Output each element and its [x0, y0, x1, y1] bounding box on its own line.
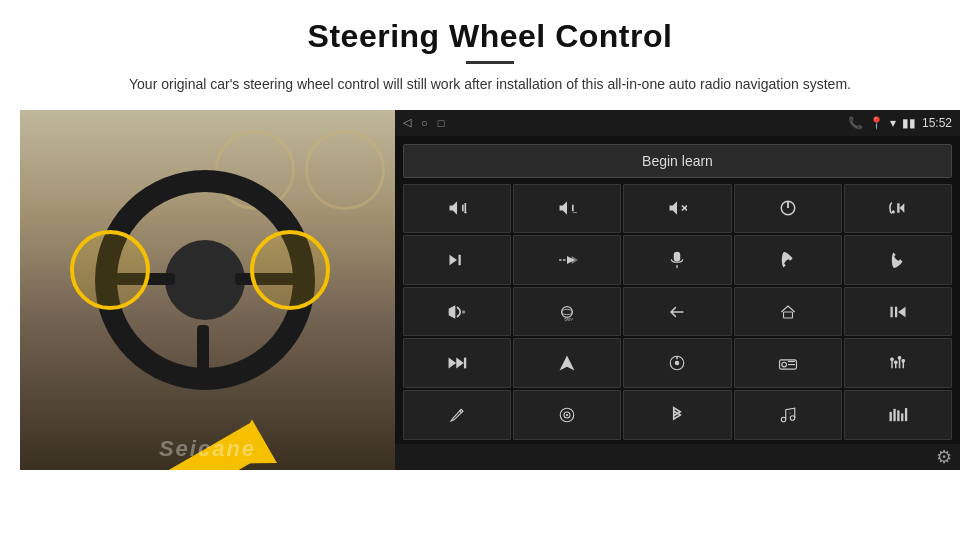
phone-prev-button[interactable] [844, 184, 952, 234]
svg-rect-27 [890, 306, 892, 317]
svg-point-22 [562, 309, 573, 314]
svg-marker-16 [572, 256, 578, 264]
mic-button[interactable] [623, 235, 731, 285]
svg-marker-19 [449, 305, 456, 318]
bluetooth-button[interactable] [623, 390, 731, 440]
svg-point-50 [566, 414, 568, 416]
svg-point-9 [892, 211, 895, 214]
svg-rect-54 [889, 412, 891, 421]
status-right: 📞 📍 ▾ ▮▮ 15:52 [848, 116, 952, 130]
svg-point-51 [781, 417, 786, 422]
spoke-bottom [197, 325, 209, 385]
power-button[interactable] [734, 184, 842, 234]
svg-point-46 [901, 359, 905, 363]
spectrum-button[interactable] [844, 390, 952, 440]
back-button[interactable] [623, 287, 731, 337]
status-bar: ◁ ○ □ 📞 📍 ▾ ▮▮ 15:52 [395, 110, 960, 136]
page-container: Steering Wheel Control Your original car… [0, 0, 980, 548]
settings-circle-button[interactable] [513, 390, 621, 440]
nav-icons: ◁ ○ □ [403, 116, 444, 129]
seek-button[interactable] [513, 235, 621, 285]
location-icon: 📍 [869, 116, 884, 130]
gear-icon-button[interactable]: ⚙ [936, 446, 952, 468]
controls-grid: + − [395, 184, 960, 444]
svg-point-36 [782, 363, 787, 368]
begin-learn-row: Begin learn [395, 136, 960, 184]
call-button[interactable] [734, 235, 842, 285]
svg-marker-31 [560, 356, 575, 371]
music-button[interactable]: ♪ [734, 390, 842, 440]
wifi-icon: ▾ [890, 116, 896, 130]
svg-marker-25 [898, 306, 906, 317]
svg-rect-17 [674, 252, 681, 262]
svg-point-33 [675, 361, 680, 366]
svg-rect-56 [897, 410, 899, 421]
svg-rect-57 [901, 413, 903, 421]
speedometer-right [305, 130, 385, 210]
svg-point-45 [898, 356, 902, 360]
svg-point-44 [894, 361, 898, 365]
svg-rect-13 [459, 255, 461, 266]
mute-button[interactable] [623, 184, 731, 234]
svg-point-20 [462, 310, 465, 313]
home-nav-icon[interactable]: ○ [421, 117, 428, 129]
svg-rect-58 [905, 408, 907, 421]
hang-up-button[interactable] [844, 235, 952, 285]
svg-rect-24 [783, 312, 792, 318]
eq-button[interactable] [844, 338, 952, 388]
phone-icon: 📞 [848, 116, 863, 130]
edit-button[interactable] [403, 390, 511, 440]
back-nav-icon[interactable]: ◁ [403, 116, 411, 129]
title-divider [466, 61, 514, 64]
svg-point-21 [562, 306, 573, 317]
svg-point-43 [890, 358, 894, 362]
svg-rect-11 [897, 204, 899, 213]
vol-up-button[interactable]: + [403, 184, 511, 234]
svg-text:+: + [464, 210, 467, 217]
highlight-right [250, 230, 330, 310]
svg-text:♪: ♪ [788, 409, 790, 414]
svg-text:−: − [573, 208, 577, 218]
home-button[interactable] [734, 287, 842, 337]
steering-wheel-hub [165, 240, 245, 320]
bottom-bar: ⚙ [395, 444, 960, 470]
svg-line-47 [459, 410, 461, 412]
svg-text:360°: 360° [564, 318, 574, 321]
subtitle: Your original car's steering wheel contr… [129, 74, 851, 96]
next-button[interactable] [403, 235, 511, 285]
recent-nav-icon[interactable]: □ [438, 117, 445, 129]
prev-track-button[interactable] [844, 287, 952, 337]
horn-button[interactable] [403, 287, 511, 337]
begin-learn-button[interactable]: Begin learn [403, 144, 952, 178]
eject-button[interactable] [623, 338, 731, 388]
svg-rect-30 [464, 358, 466, 369]
content-row: Seicane ◁ ○ □ 📞 📍 ▾ ▮▮ 15:52 [20, 110, 960, 470]
svg-rect-26 [895, 306, 897, 317]
seicane-watermark: Seicane [159, 436, 256, 462]
steering-wheel-image: Seicane [20, 110, 395, 470]
svg-marker-12 [450, 255, 458, 266]
vol-down-button[interactable]: − [513, 184, 621, 234]
signal-icon: ▮▮ [902, 116, 916, 130]
svg-point-52 [790, 416, 795, 421]
fast-fwd-button[interactable] [403, 338, 511, 388]
svg-marker-10 [899, 204, 904, 213]
svg-rect-55 [893, 409, 895, 421]
radio-button[interactable] [734, 338, 842, 388]
svg-marker-29 [456, 358, 464, 369]
nav-button[interactable] [513, 338, 621, 388]
svg-marker-28 [449, 358, 457, 369]
camera-360-button[interactable]: 360° [513, 287, 621, 337]
time-display: 15:52 [922, 116, 952, 130]
page-title: Steering Wheel Control [308, 18, 673, 55]
highlight-left [70, 230, 150, 310]
android-screen: ◁ ○ □ 📞 📍 ▾ ▮▮ 15:52 Begin learn [395, 110, 960, 470]
